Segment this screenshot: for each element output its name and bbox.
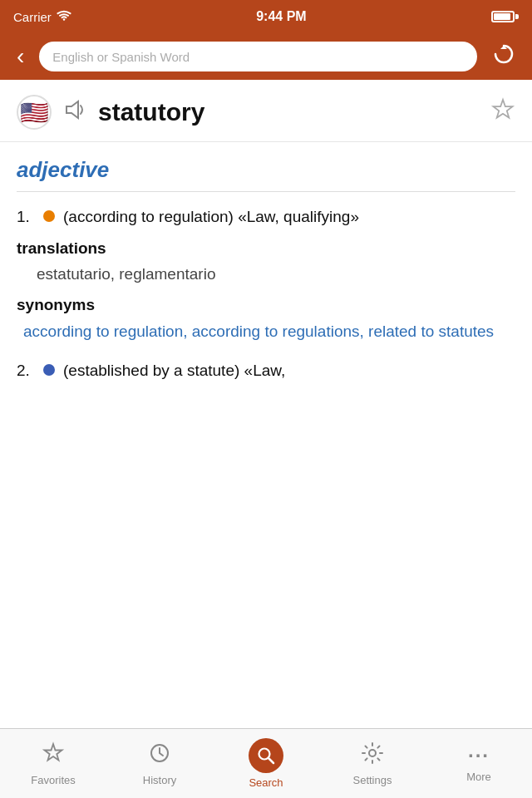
status-time: 9:44 PM [256, 9, 306, 24]
more-icon: ··· [468, 744, 490, 767]
translations-label: translations [17, 239, 515, 258]
carrier-text: Carrier [13, 10, 52, 24]
def-text-1: (according to regulation) «Law, qualifyi… [63, 205, 359, 229]
flag-icon: 🇺🇸 [17, 95, 52, 130]
history-icon [148, 741, 171, 771]
tab-more[interactable]: ··· More [426, 737, 532, 790]
synonyms-label: synonyms [17, 296, 515, 314]
speaker-button[interactable] [63, 98, 86, 126]
more-label: More [466, 771, 491, 783]
status-bar: Carrier 9:44 PM [0, 0, 532, 33]
search-placeholder: English or Spanish Word [52, 50, 190, 64]
favorites-icon [42, 741, 65, 771]
favorites-label: Favorites [31, 774, 75, 786]
refresh-button[interactable] [485, 39, 522, 74]
dot-blue-2 [43, 364, 55, 376]
settings-icon [361, 741, 384, 771]
definition-2: 2. (established by a statute) «Law, [17, 359, 515, 383]
back-button[interactable]: ‹ [10, 42, 31, 71]
tab-history[interactable]: History [106, 735, 213, 793]
nav-bar: ‹ English or Spanish Word [0, 33, 532, 80]
def-number-1: 1. [17, 205, 35, 229]
svg-point-4 [369, 750, 376, 756]
battery-icon [491, 11, 519, 22]
translations-value: estatutario, reglamentario [17, 263, 515, 287]
tab-bar: Favorites History Search Settings [0, 728, 532, 798]
search-label: Search [249, 776, 283, 789]
dot-orange-1 [43, 210, 55, 222]
def-text-2: (established by a statute) «Law, [63, 359, 285, 383]
history-label: History [143, 774, 176, 786]
settings-label: Settings [353, 774, 392, 786]
tab-favorites[interactable]: Favorites [0, 735, 106, 793]
definition-2-line: 2. (established by a statute) «Law, [17, 359, 515, 383]
word-header: 🇺🇸 statutory [0, 80, 532, 142]
svg-marker-0 [66, 101, 78, 118]
tab-settings[interactable]: Settings [319, 735, 426, 793]
search-circle-icon [249, 738, 283, 773]
def-number-2: 2. [17, 359, 35, 383]
definition-1-line: 1. (according to regulation) «Law, quali… [17, 205, 515, 229]
status-left: Carrier [13, 10, 71, 24]
wifi-icon [57, 10, 71, 24]
favorite-star-button[interactable] [490, 97, 515, 128]
definition-1: 1. (according to regulation) «Law, quali… [17, 205, 515, 344]
word-title: statutory [98, 98, 490, 126]
synonyms-value: according to regulation, according to re… [17, 319, 515, 344]
content-area: adjective 1. (according to regulation) «… [0, 142, 532, 726]
status-right [491, 11, 519, 22]
part-of-speech: adjective [17, 142, 515, 192]
svg-line-3 [268, 758, 273, 763]
tab-search[interactable]: Search [213, 732, 319, 796]
search-input[interactable]: English or Spanish Word [39, 42, 477, 71]
